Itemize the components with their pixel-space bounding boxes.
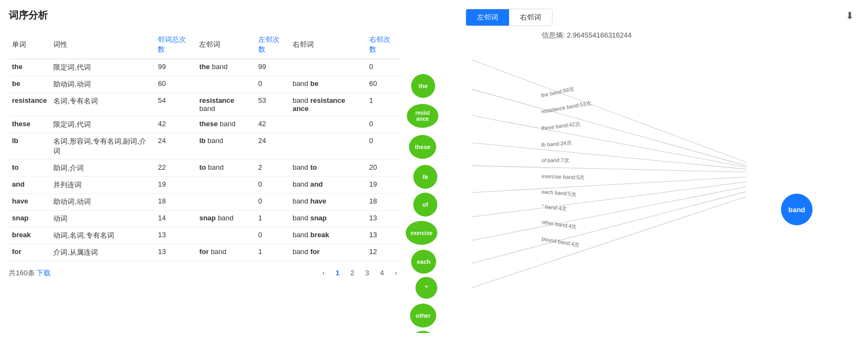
- cell-left-count: 0: [255, 194, 289, 211]
- total-count: 共160条: [9, 269, 35, 277]
- node-other[interactable]: other: [410, 304, 436, 328]
- col-right-count[interactable]: 右邻次数: [366, 30, 400, 59]
- node-lb[interactable]: lb: [413, 165, 437, 189]
- cell-right-count: 0: [366, 133, 400, 160]
- cell-right-neighbor: band for: [289, 244, 366, 261]
- cell-left-count: 0: [255, 227, 289, 244]
- cell-left-neighbor: [196, 76, 255, 93]
- node-resistance[interactable]: resistance: [407, 104, 438, 128]
- tab-group: 左邻词 右邻词: [466, 9, 553, 26]
- svg-line-5: [472, 177, 746, 193]
- cell-right-neighbor: band snap: [289, 211, 366, 227]
- cell-neighbor-count: 18: [154, 194, 196, 211]
- cell-word: and: [9, 177, 50, 194]
- cell-pos: 限定词,代词: [50, 116, 154, 133]
- svg-text:lb band:24次: lb band:24次: [541, 140, 572, 148]
- download-link[interactable]: 下载: [36, 269, 51, 277]
- cell-right-count: 18: [366, 194, 400, 211]
- cell-left-neighbor: the band: [196, 59, 255, 76]
- table-footer: 共160条 下载 ‹ 1 2 3 4 ›: [9, 268, 400, 278]
- col-neighbor-count[interactable]: 邻词总次数: [154, 30, 196, 59]
- cell-left-neighbor: resistance band: [196, 93, 255, 116]
- node-quote[interactable]: ": [416, 277, 437, 299]
- cell-left-count: 53: [255, 93, 289, 116]
- svg-line-8: [472, 192, 746, 263]
- cell-neighbor-count: 13: [154, 227, 196, 244]
- cell-neighbor-count: 19: [154, 177, 196, 194]
- cell-left-count: 0: [255, 177, 289, 194]
- cell-right-neighbor: [289, 133, 366, 160]
- cell-neighbor-count: 24: [154, 133, 196, 160]
- download-icon[interactable]: ⬇: [846, 10, 854, 22]
- cell-right-neighbor: band to: [289, 160, 366, 177]
- cell-right-count: 20: [366, 160, 400, 177]
- tab-left-neighbor[interactable]: 左邻词: [466, 9, 509, 26]
- page-1[interactable]: 1: [332, 268, 343, 278]
- cell-neighbor-count: 60: [154, 76, 196, 93]
- right-panel: 左邻词 右邻词 ⬇ 信息熵: 2.964554166316244: [400, 9, 859, 324]
- cell-word: have: [9, 194, 50, 211]
- prev-page[interactable]: ‹: [319, 268, 328, 278]
- cell-left-count: 99: [255, 59, 289, 76]
- table-row: the限定词,代词99the band990: [9, 59, 400, 76]
- cell-left-neighbor: [196, 227, 255, 244]
- page-4[interactable]: 4: [377, 268, 387, 278]
- table-row: have助动词,动词180band have18: [9, 194, 400, 211]
- cell-pos: 助动词,动词: [50, 194, 154, 211]
- cell-word: lb: [9, 133, 50, 160]
- cell-word: for: [9, 244, 50, 261]
- info-entropy: 信息熵: 2.964554166316244: [542, 30, 632, 40]
- cell-right-neighbor: band be: [289, 76, 366, 93]
- cell-left-count: 24: [255, 133, 289, 160]
- cell-pos: 名词,形容词,专有名词,副词,介词: [50, 133, 154, 160]
- cell-right-count: 12: [366, 244, 400, 261]
- col-left-count[interactable]: 左邻次数: [255, 30, 289, 59]
- cell-pos: 助词,介词: [50, 160, 154, 177]
- left-panel: 词序分析 单词 词性 邻词总次数 左邻词 左邻次数 右邻词 右邻次数 the限定…: [9, 9, 400, 324]
- node-exercise[interactable]: exercise: [406, 221, 437, 245]
- svg-text:exercise band:5次: exercise band:5次: [542, 173, 585, 181]
- node-the[interactable]: the: [411, 74, 435, 98]
- col-pos: 词性: [50, 30, 154, 59]
- col-right-neighbor: 右邻词: [289, 30, 366, 59]
- node-pound[interactable]: pound: [410, 331, 436, 333]
- tab-right-neighbor[interactable]: 右邻词: [509, 9, 552, 26]
- cell-right-neighbor: [289, 59, 366, 76]
- cell-left-count: 1: [255, 211, 289, 227]
- cell-right-count: 13: [366, 211, 400, 227]
- svg-text:of band:7次: of band:7次: [541, 157, 569, 163]
- page-2[interactable]: 2: [347, 268, 357, 278]
- cell-right-count: 0: [366, 116, 400, 133]
- page-3[interactable]: 3: [362, 268, 373, 278]
- svg-line-9: [472, 196, 746, 288]
- cell-neighbor-count: 99: [154, 59, 196, 76]
- next-page[interactable]: ›: [392, 268, 400, 278]
- cell-right-count: 13: [366, 227, 400, 244]
- node-of[interactable]: of: [413, 193, 437, 217]
- cell-right-neighbor: band resistance ance: [289, 93, 366, 116]
- table-row: resistance名词,专有名词54resistance band53band…: [9, 93, 400, 116]
- svg-line-7: [472, 187, 746, 240]
- node-these[interactable]: these: [409, 135, 436, 159]
- cell-right-neighbor: band have: [289, 194, 366, 211]
- cell-left-neighbor: these band: [196, 116, 255, 133]
- cell-left-neighbor: to band: [196, 160, 255, 177]
- cell-left-count: 1: [255, 244, 289, 261]
- table-row: snap动词14snap band1band snap13: [9, 211, 400, 227]
- svg-text:these band:42次: these band:42次: [541, 120, 581, 131]
- node-band[interactable]: band: [781, 194, 813, 225]
- cell-word: to: [9, 160, 50, 177]
- cell-right-count: 19: [366, 177, 400, 194]
- cell-left-neighbor: snap band: [196, 211, 255, 227]
- cell-right-count: 1: [366, 93, 400, 116]
- cell-neighbor-count: 13: [154, 244, 196, 261]
- svg-line-1: [472, 89, 746, 166]
- pagination: ‹ 1 2 3 4 ›: [319, 268, 400, 278]
- cell-right-count: 0: [366, 59, 400, 76]
- cell-right-neighbor: [289, 116, 366, 133]
- cell-right-count: 60: [366, 76, 400, 93]
- cell-left-count: 42: [255, 116, 289, 133]
- node-each[interactable]: each: [411, 250, 436, 274]
- cell-neighbor-count: 22: [154, 160, 196, 177]
- svg-text:pound band:4次: pound band:4次: [541, 236, 580, 248]
